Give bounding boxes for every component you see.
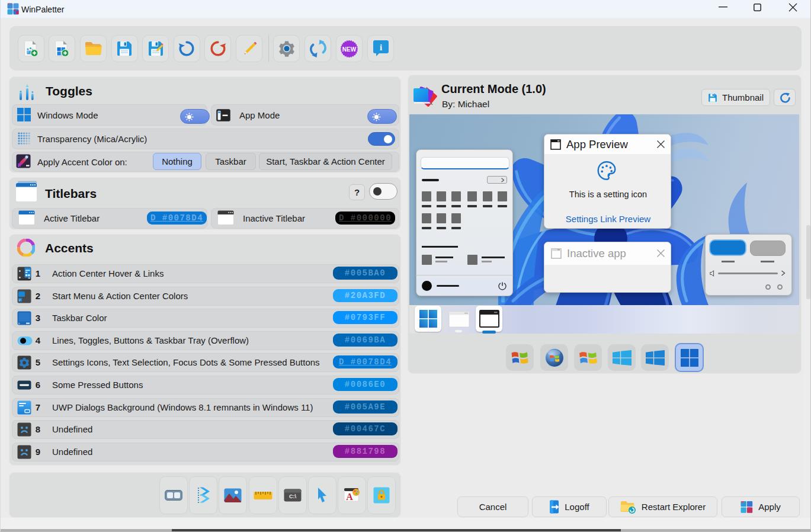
svg-text:NEW: NEW [342,46,357,52]
svg-text:A: A [346,492,353,502]
svg-text:i: i [379,43,382,52]
svg-text:C:\: C:\ [289,493,296,499]
